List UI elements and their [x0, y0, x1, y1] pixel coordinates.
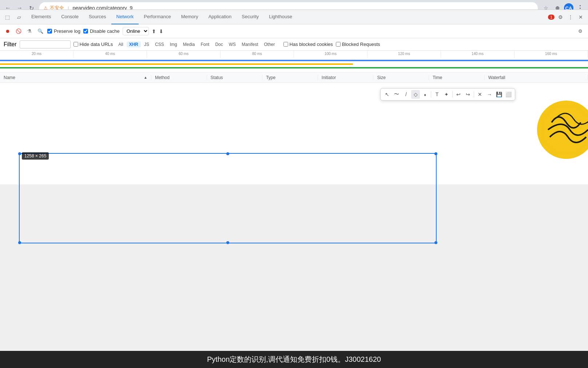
filter-other[interactable]: Other: [262, 42, 278, 47]
timeline-bar-orange: [0, 63, 353, 65]
marker-40ms: 40 ms: [74, 51, 147, 58]
tab-security[interactable]: Security: [237, 10, 264, 24]
marker-60ms: 60 ms: [147, 51, 220, 58]
hide-data-urls-checkbox[interactable]: [74, 42, 78, 47]
tab-application[interactable]: Application: [203, 10, 237, 24]
timeline-markers: 20 ms 40 ms 60 ms 80 ms 100 ms 120 ms 14…: [0, 51, 588, 58]
tab-elements[interactable]: Elements: [26, 10, 56, 24]
blocked-requests-checkbox[interactable]: [336, 42, 341, 47]
marker-20ms: 20 ms: [0, 51, 74, 58]
timeline-bar-green: [0, 67, 588, 68]
disable-cache-checkbox[interactable]: [83, 29, 88, 34]
blocked-requests-label[interactable]: Blocked Requests: [336, 42, 380, 47]
draw-line-tool[interactable]: /: [402, 90, 410, 99]
marker-100ms: 100 ms: [294, 51, 368, 58]
filter-img[interactable]: Img: [167, 42, 180, 47]
th-time: Time: [429, 75, 485, 80]
toolbar-separator-1: [431, 91, 431, 98]
error-badge: 1: [548, 15, 555, 20]
tab-console[interactable]: Console: [56, 10, 84, 24]
corner-character: [526, 93, 588, 166]
filter-label: Filter: [4, 41, 17, 48]
filter-ws[interactable]: WS: [226, 42, 238, 47]
disable-cache-label[interactable]: Disable cache: [83, 28, 120, 34]
timeline-area[interactable]: 20 ms 40 ms 60 ms 80 ms 100 ms 120 ms 14…: [0, 51, 588, 73]
th-size: Size: [373, 75, 429, 80]
devtools-inspect-button[interactable]: ⬚: [3, 13, 12, 21]
filter-font[interactable]: Font: [198, 42, 212, 47]
timeline-bar-blue: [0, 60, 588, 61]
filter-media[interactable]: Media: [180, 42, 198, 47]
filter-input[interactable]: [20, 40, 71, 48]
filter-doc[interactable]: Doc: [212, 42, 225, 47]
toolbar-separator-2: [452, 91, 453, 98]
filter-js[interactable]: JS: [142, 42, 152, 47]
draw-pen-tool[interactable]: 〜: [392, 90, 401, 99]
tab-lighthouse[interactable]: Lighthouse: [264, 10, 297, 24]
marker-160ms: 160 ms: [514, 51, 588, 58]
resize-handle-bm: [226, 241, 229, 244]
dimension-tooltip: 1258 × 265: [22, 152, 49, 160]
sort-icon: ▲: [144, 75, 147, 79]
has-blocked-cookies-checkbox[interactable]: [283, 42, 288, 47]
marker-80ms: 80 ms: [220, 51, 294, 58]
browser-chrome: ← → ↻ ⚠ 不安全 | pearvideo.com/category_9 ☆…: [0, 0, 588, 184]
devtools-device-button[interactable]: ▱: [15, 13, 23, 21]
draw-undo-button[interactable]: ↩: [454, 90, 463, 99]
filter-manifest[interactable]: Manifest: [239, 42, 261, 47]
throttle-select[interactable]: Online: [123, 27, 149, 35]
devtools-main: ⏺ 🚫 ⚗ 🔍 Preserve log Disable cache Onlin…: [0, 24, 588, 184]
devtools-settings-button[interactable]: ⚙: [556, 13, 565, 21]
devtools-right-actions: 1 ⚙ ⋮ ✕: [548, 13, 585, 21]
th-method: Method: [151, 75, 207, 80]
th-name: Name ▲: [0, 75, 151, 80]
download-icon[interactable]: ⬇: [159, 28, 163, 34]
resize-handle-bl: [18, 241, 21, 244]
draw-cursor-tool[interactable]: ↖: [383, 90, 392, 99]
th-status: Status: [207, 75, 263, 80]
draw-fill-tool[interactable]: ⬧: [421, 90, 429, 99]
tab-network[interactable]: Network: [111, 10, 139, 24]
has-blocked-cookies-label[interactable]: Has blocked cookies: [283, 42, 333, 47]
devtools-left-icons: ⬚ ▱: [3, 13, 26, 21]
filter-toggle-button[interactable]: ⚗: [25, 27, 33, 35]
search-button[interactable]: 🔍: [36, 27, 44, 35]
filter-bar: Filter Hide data URLs All XHR JS CSS Img…: [0, 38, 588, 51]
toolbar-separator-3: [474, 91, 474, 98]
clear-button[interactable]: 🚫: [15, 27, 23, 35]
draw-stamp-tool[interactable]: ✦: [442, 90, 451, 99]
filter-css[interactable]: CSS: [152, 42, 167, 47]
draw-close-button[interactable]: ✕: [476, 90, 484, 99]
draw-save-button[interactable]: 💾: [494, 90, 503, 99]
devtools-tabs-bar: ⬚ ▱ Elements Console Sources Network Per…: [0, 10, 588, 24]
draw-redo-button[interactable]: ↪: [464, 90, 472, 99]
filter-xhr[interactable]: XHR: [127, 42, 141, 47]
settings-icon[interactable]: ⚙: [576, 27, 584, 35]
draw-text-tool[interactable]: T: [433, 90, 441, 99]
upload-icon[interactable]: ⬆: [152, 28, 156, 34]
table-header: Name ▲ Method Status Type Initiator Size…: [0, 73, 588, 83]
preserve-log-label[interactable]: Preserve log: [47, 28, 80, 34]
draw-shape-tool[interactable]: ◇: [411, 90, 420, 99]
tab-performance[interactable]: Performance: [139, 10, 176, 24]
devtools-more-button[interactable]: ⋮: [566, 13, 575, 21]
preserve-log-checkbox[interactable]: [47, 29, 52, 34]
marker-120ms: 120 ms: [368, 51, 441, 58]
tab-memory[interactable]: Memory: [176, 10, 203, 24]
record-button[interactable]: ⏺: [4, 27, 12, 35]
bottom-text: Python定数的识别,调代通知免费折扣0钱。J30021620: [0, 351, 588, 368]
tab-sources[interactable]: Sources: [84, 10, 111, 24]
draw-arrow-button[interactable]: →: [485, 90, 494, 99]
drawing-toolbar: ↖ 〜 / ◇ ⬧ T ✦ ↩ ↪ ✕ → 💾 ⬜: [380, 88, 515, 101]
th-initiator: Initiator: [318, 75, 374, 80]
th-type: Type: [262, 75, 318, 80]
hide-data-urls-label[interactable]: Hide data URLs: [74, 42, 113, 47]
filter-types: All XHR JS CSS Img Media Font Doc WS Man…: [116, 42, 277, 47]
draw-copy-button[interactable]: ⬜: [504, 90, 513, 99]
marker-140ms: 140 ms: [441, 51, 514, 58]
devtools-close-button[interactable]: ✕: [576, 13, 585, 21]
th-waterfall: Waterfall: [485, 75, 588, 80]
network-toolbar: ⏺ 🚫 ⚗ 🔍 Preserve log Disable cache Onlin…: [0, 24, 588, 38]
filter-all[interactable]: All: [116, 42, 126, 47]
resize-handle-br: [434, 241, 437, 244]
